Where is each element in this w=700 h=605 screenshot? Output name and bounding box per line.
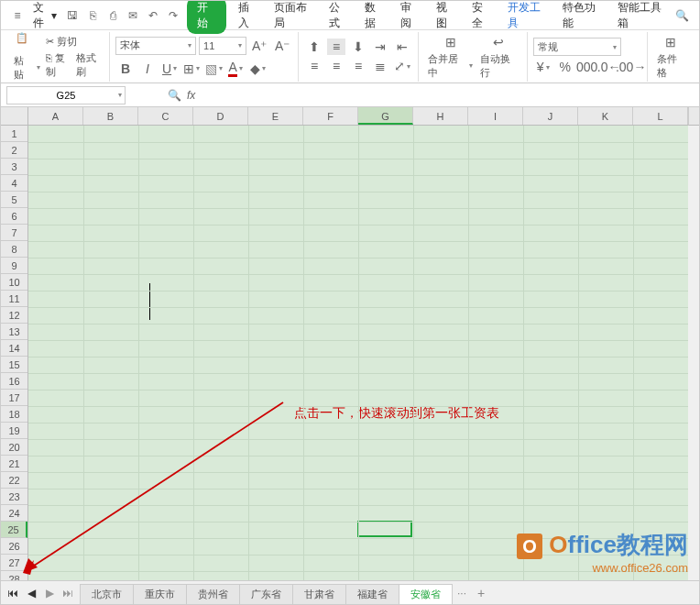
- col-header-G[interactable]: G: [358, 107, 413, 125]
- sheet-tab[interactable]: 甘肃省: [292, 584, 346, 604]
- redo-icon[interactable]: ↷: [167, 8, 180, 23]
- italic-button[interactable]: I: [138, 60, 157, 77]
- spreadsheet-grid[interactable]: ABCDEFGHIJKLM 12345678910111213141516171…: [1, 107, 699, 580]
- select-all-corner[interactable]: [1, 107, 28, 126]
- increase-font-icon[interactable]: A⁺: [250, 38, 268, 54]
- align-top-icon[interactable]: ⬆: [305, 38, 323, 55]
- tab-page-layout[interactable]: 页面布局: [267, 0, 320, 33]
- column-headers[interactable]: ABCDEFGHIJKLM: [28, 107, 688, 126]
- undo-icon[interactable]: ↶: [147, 8, 159, 23]
- row-header-23[interactable]: 23: [1, 489, 27, 505]
- sheet-tab[interactable]: 贵州省: [186, 584, 240, 604]
- decrease-font-icon[interactable]: A⁻: [273, 38, 291, 54]
- row-header-28[interactable]: 28: [1, 571, 27, 580]
- tab-nav-first-icon[interactable]: ⏮: [5, 585, 21, 601]
- print-icon[interactable]: ⎙: [106, 8, 119, 23]
- decrease-indent-icon[interactable]: ⇤: [393, 38, 411, 55]
- col-header-E[interactable]: E: [248, 107, 303, 125]
- row-header-27[interactable]: 27: [1, 555, 27, 571]
- row-header-2[interactable]: 2: [1, 142, 27, 159]
- tab-formula[interactable]: 公式: [322, 0, 355, 33]
- row-header-26[interactable]: 26: [1, 538, 27, 555]
- sheet-tab[interactable]: 安徽省: [399, 584, 453, 604]
- row-header-16[interactable]: 16: [1, 373, 27, 390]
- font-size-select[interactable]: 11▾: [199, 37, 246, 55]
- col-header-K[interactable]: K: [578, 107, 633, 125]
- row-headers[interactable]: 1234567891011121314151617181920212223242…: [1, 126, 28, 580]
- tab-nav-prev-icon[interactable]: ◀: [23, 585, 39, 601]
- col-header-F[interactable]: F: [303, 107, 358, 125]
- align-right-icon[interactable]: ≡: [349, 58, 367, 74]
- tab-review[interactable]: 审阅: [393, 0, 427, 33]
- align-center-icon[interactable]: ≡: [327, 58, 345, 74]
- col-header-A[interactable]: A: [28, 107, 83, 125]
- cut-button[interactable]: ✂ 剪切: [46, 35, 104, 49]
- row-header-19[interactable]: 19: [1, 423, 27, 439]
- row-header-13[interactable]: 13: [1, 324, 27, 340]
- fx-icon[interactable]: 🔍: [168, 89, 181, 102]
- auto-wrap-button[interactable]: ↩ 自动换行: [476, 32, 521, 82]
- row-header-3[interactable]: 3: [1, 159, 27, 175]
- underline-button[interactable]: U▾: [160, 60, 179, 77]
- row-header-22[interactable]: 22: [1, 472, 27, 489]
- number-format-select[interactable]: 常规▾: [533, 38, 621, 56]
- col-header-M[interactable]: M: [688, 107, 699, 125]
- row-header-1[interactable]: 1: [1, 126, 27, 142]
- tab-insert[interactable]: 插入: [231, 0, 265, 33]
- sheet-tab[interactable]: 福建省: [345, 584, 399, 604]
- tab-add-button[interactable]: +: [472, 584, 490, 602]
- highlight-button[interactable]: ◆▾: [248, 60, 267, 77]
- preview-icon[interactable]: ✉: [126, 8, 139, 23]
- row-header-15[interactable]: 15: [1, 357, 27, 373]
- copy-button[interactable]: ⎘ 复制: [46, 51, 73, 79]
- row-header-14[interactable]: 14: [1, 340, 27, 357]
- tab-smart-toolbox[interactable]: 智能工具箱: [610, 0, 673, 33]
- sheet-tab[interactable]: 北京市: [80, 584, 134, 604]
- align-left-icon[interactable]: ≡: [305, 58, 323, 74]
- col-header-C[interactable]: C: [138, 107, 193, 125]
- border-button[interactable]: ⊞▾: [182, 60, 201, 77]
- row-header-5[interactable]: 5: [1, 192, 27, 208]
- col-header-D[interactable]: D: [193, 107, 248, 125]
- row-header-6[interactable]: 6: [1, 208, 27, 225]
- tab-more-button[interactable]: ···: [452, 585, 472, 601]
- font-color-button[interactable]: A▾: [226, 60, 245, 77]
- paste-button[interactable]: 📋 粘贴▾: [12, 30, 42, 83]
- search-icon[interactable]: 🔍: [675, 8, 689, 23]
- tab-view[interactable]: 视图: [429, 0, 463, 33]
- currency-button[interactable]: ¥▾: [534, 59, 552, 75]
- percent-button[interactable]: %: [556, 59, 574, 75]
- justify-icon[interactable]: ≣: [371, 58, 389, 74]
- row-header-10[interactable]: 10: [1, 274, 27, 291]
- col-header-J[interactable]: J: [523, 107, 578, 125]
- row-header-11[interactable]: 11: [1, 291, 27, 307]
- row-header-9[interactable]: 9: [1, 258, 27, 274]
- font-select[interactable]: 宋体▾: [115, 37, 196, 55]
- sheet-tab[interactable]: 重庆市: [133, 584, 187, 604]
- hamburger-icon[interactable]: ≡: [11, 8, 24, 23]
- tab-nav-next-icon[interactable]: ▶: [41, 585, 58, 601]
- row-header-17[interactable]: 17: [1, 390, 27, 406]
- fx-label[interactable]: fx: [187, 89, 195, 102]
- cells-area[interactable]: 点击一下，快速滚动到第一张工资表: [28, 126, 688, 580]
- sheet-tab[interactable]: 广东省: [239, 584, 293, 604]
- col-header-L[interactable]: L: [633, 107, 688, 125]
- col-header-B[interactable]: B: [83, 107, 138, 125]
- vertical-scrollbar[interactable]: [688, 126, 699, 580]
- row-header-8[interactable]: 8: [1, 241, 27, 258]
- decrease-decimal-button[interactable]: .00→: [622, 59, 640, 75]
- save-icon[interactable]: 🖫: [66, 8, 79, 23]
- row-header-20[interactable]: 20: [1, 439, 27, 456]
- comma-button[interactable]: 000: [578, 59, 596, 75]
- merge-center-button[interactable]: ⊞ 合并居中▾: [424, 32, 476, 82]
- tab-data[interactable]: 数据: [357, 0, 391, 33]
- tab-security[interactable]: 安全: [465, 0, 498, 33]
- row-header-12[interactable]: 12: [1, 307, 27, 324]
- increase-indent-icon[interactable]: ⇥: [371, 38, 389, 55]
- row-header-21[interactable]: 21: [1, 456, 27, 472]
- tab-nav-last-icon[interactable]: ⏭: [60, 585, 76, 601]
- bold-button[interactable]: B: [116, 60, 135, 77]
- file-menu[interactable]: 文件▾: [28, 0, 61, 33]
- row-header-24[interactable]: 24: [1, 505, 27, 522]
- orientation-icon[interactable]: ⤢▾: [393, 58, 411, 74]
